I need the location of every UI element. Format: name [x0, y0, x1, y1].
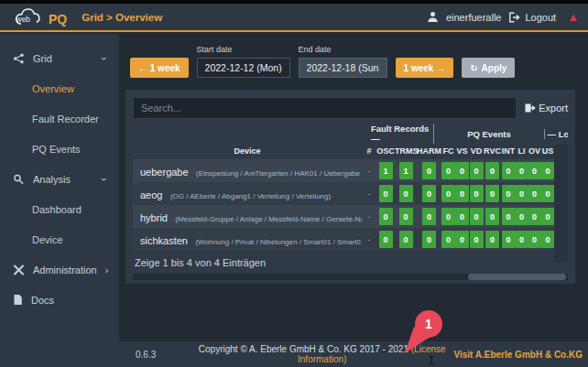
text-cursor-icon — [428, 355, 435, 365]
column-header-device[interactable]: Device — [133, 146, 362, 156]
count-badge: 0 — [422, 185, 436, 202]
count-badge: 0 — [379, 231, 393, 248]
webpq-logo[interactable]: web PQ — [9, 5, 67, 29]
sidebar-nav: Grid › Overview Fault Recorder PQ Events… — [0, 34, 119, 341]
count-badge: 0 — [470, 208, 484, 225]
search-input[interactable] — [133, 97, 517, 119]
document-icon — [13, 294, 23, 306]
column-header-int[interactable]: INT — [501, 146, 516, 156]
column-header-us[interactable]: US — [541, 146, 554, 156]
logout-icon — [508, 12, 520, 23]
count-badge: 0 — [485, 185, 499, 202]
count-badge: 0 — [528, 231, 541, 248]
value-cell: 0 — [501, 185, 516, 202]
username[interactable]: einerfueralle — [446, 12, 502, 23]
column-header-trms[interactable]: TRMS — [395, 146, 417, 156]
device-name: uebergabe — [140, 167, 189, 178]
value-cell: 0 — [484, 231, 501, 248]
value-cell: 0 — [541, 231, 554, 248]
sidebar-item-dashboard[interactable]: Dashboard — [0, 194, 119, 224]
device-cell: hybrid (Messfeld-Gruppe / Anlage / Messf… — [133, 209, 362, 225]
value-cell: 0 — [516, 208, 528, 225]
user-icon — [427, 11, 439, 23]
apply-label: Apply — [482, 63, 507, 73]
sidebar-item-grid[interactable]: Grid › — [0, 43, 119, 73]
value-cell: 0 — [417, 185, 441, 202]
sidebar-item-analysis[interactable]: Analysis › — [0, 164, 119, 194]
device-path: (OG / AEberle / Abgang1 / Verteilung / V… — [170, 192, 331, 200]
value-cell: 0 — [541, 162, 554, 179]
count-badge: 0 — [485, 231, 499, 248]
table-row-uebergabe[interactable]: uebergabe (Einspeisung / AmTiergarten / … — [133, 159, 568, 182]
column-header-ov[interactable]: OV — [528, 146, 541, 156]
device-path: (Einspeisung / AmTiergarten / HAK01 / Ue… — [196, 169, 362, 178]
device-cell: sichkasten (Wohnung / Privat / Nibelunge… — [133, 232, 362, 248]
device-name: hybrid — [140, 212, 168, 223]
next-week-button[interactable]: 1 week → — [396, 58, 454, 78]
end-date-input[interactable] — [299, 58, 387, 78]
sidebar-item-pq-events[interactable]: PQ Events — [0, 134, 119, 164]
value-cell: 0 — [501, 162, 516, 179]
horizontal-scrollbar-thumb[interactable] — [468, 274, 566, 280]
value-cell: 0 — [376, 231, 395, 248]
count-badge: 0 — [502, 185, 516, 202]
value-cell: 0 — [469, 185, 484, 202]
group-header-fault-records: Fault Records — — [371, 124, 434, 144]
export-button[interactable]: Export — [524, 103, 568, 113]
logout-button[interactable]: Logout — [508, 12, 556, 23]
refresh-icon: ↻ — [470, 63, 477, 73]
column-header-li[interactable]: LI — [516, 146, 528, 156]
annotation-marker-1: 1 — [403, 308, 447, 355]
column-header-fc[interactable]: FC — [441, 146, 455, 156]
sidebar-item-administration[interactable]: Administration › — [0, 254, 119, 285]
device-name: aeog — [140, 189, 162, 200]
visit-eberle-link[interactable]: Visit A.Eberle GmbH & Co.KG — [453, 350, 583, 360]
table-group-header-row: Fault Records — PQ Events — Long — [133, 124, 568, 143]
magnifier-icon — [13, 174, 25, 185]
column-header-harm[interactable]: HARM — [417, 146, 441, 156]
count-badge: 0 — [516, 185, 528, 202]
count-badge: 0 — [502, 231, 516, 248]
sidebar-item-fault-recorder[interactable]: Fault Recorder — [0, 103, 119, 134]
value-cell: 1 — [395, 162, 417, 179]
sidebar-item-device[interactable]: Device — [0, 224, 119, 254]
count-badge: 0 — [441, 231, 455, 248]
table-row-sichkasten[interactable]: sichkasten (Wohnung / Privat / Nibelunge… — [133, 228, 568, 251]
value-cell: 0 — [484, 185, 501, 202]
count-badge: 0 — [516, 208, 528, 225]
sidebar-item-overview[interactable]: Overview — [0, 73, 119, 103]
alert-triangle-icon[interactable]: ▲ — [567, 10, 579, 24]
column-header-vs[interactable]: VS — [455, 146, 469, 156]
value-cell: 0 — [541, 208, 554, 225]
value-cell: 0 — [395, 231, 417, 248]
prev-week-button[interactable]: ← 1 week — [130, 58, 189, 78]
table-row-hybrid[interactable]: hybrid (Messfeld-Gruppe / Anlage / Messf… — [133, 205, 568, 228]
apply-button[interactable]: ↻ Apply — [462, 58, 515, 78]
count-badge: 0 — [441, 162, 455, 179]
start-date-field: Start date — [197, 45, 290, 78]
vertical-scrollbar-track[interactable] — [554, 145, 568, 262]
horizontal-scrollbar-track[interactable] — [133, 274, 568, 280]
count-badge: 0 — [422, 162, 436, 179]
start-date-input[interactable] — [197, 58, 290, 78]
value-cell: 0 — [484, 162, 501, 179]
column-header-osc[interactable]: OSC — [376, 146, 395, 156]
count-badge: 1 — [399, 162, 413, 179]
column-header-hash[interactable]: # — [362, 146, 376, 156]
column-header-rvc[interactable]: RVC — [484, 146, 501, 156]
count-badge: 0 — [485, 208, 499, 225]
value-cell: 1 — [376, 162, 395, 179]
table-row-aeog[interactable]: aeog (OG / AEberle / Abgang1 / Verteilun… — [133, 182, 568, 205]
count-badge: 0 — [502, 208, 516, 225]
value-cell: 0 — [528, 231, 541, 248]
count-badge: 0 — [470, 162, 484, 179]
device-path: (Messfeld-Gruppe / Anlage / Messfeld-Nam… — [175, 215, 362, 223]
value-cell: 0 — [376, 208, 395, 225]
count-badge: 0 — [399, 231, 413, 248]
column-header-vd[interactable]: VD — [469, 146, 484, 156]
value-cell: 0 — [455, 231, 469, 248]
group-header-long-term: — Long — [545, 129, 568, 139]
value-cell: 0 — [501, 231, 516, 248]
count-badge: 0 — [422, 231, 436, 248]
sidebar-item-docs[interactable]: Docs — [0, 285, 119, 315]
